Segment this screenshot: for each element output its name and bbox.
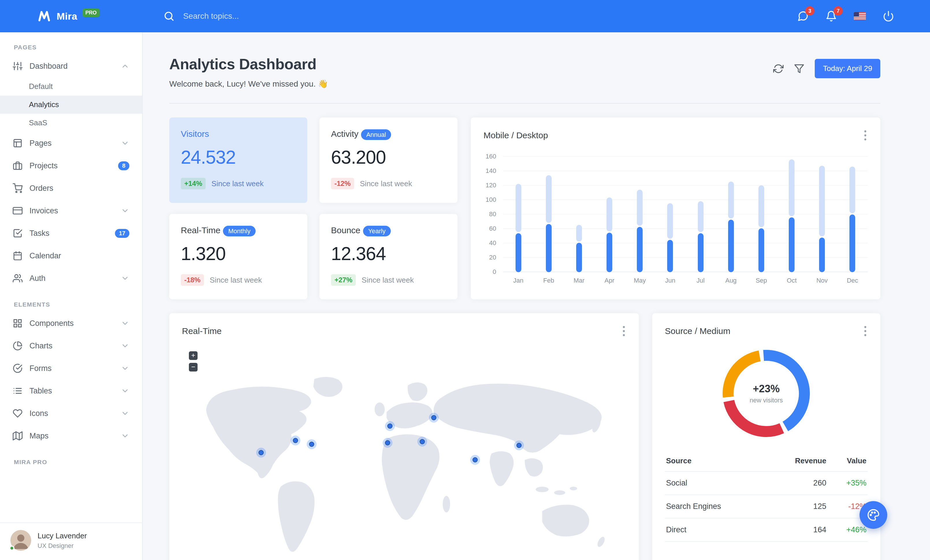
sidebar-item-analytics[interactable]: Analytics: [0, 95, 142, 114]
x-tick-label: Aug: [716, 277, 746, 284]
map-markers-layer: [174, 347, 634, 560]
table-row: Social260+35%: [665, 471, 868, 495]
card-menu-button[interactable]: [863, 325, 868, 338]
language-selector[interactable]: [854, 12, 866, 20]
filter-button[interactable]: [794, 63, 804, 74]
app: Mira PRO 3 7: [0, 0, 930, 560]
pie-chart-icon: [13, 341, 23, 351]
navbar-search[interactable]: [163, 11, 315, 21]
sidebar-label: Pages: [29, 139, 52, 148]
map-marker[interactable]: [470, 455, 480, 465]
sidebar-item-maps[interactable]: Maps: [0, 425, 142, 447]
notifications-button[interactable]: 7: [825, 11, 837, 22]
sidebar-label: Projects: [29, 161, 58, 170]
date-range-button[interactable]: Today: April 29: [815, 59, 880, 78]
source-table-header: Value: [827, 451, 868, 471]
check-square-icon: [13, 228, 23, 238]
realtime-map-title: Real-Time: [182, 326, 222, 336]
map-zoom-out-button[interactable]: −: [189, 363, 197, 371]
pro-badge: PRO: [83, 9, 100, 17]
map-marker[interactable]: [429, 413, 439, 423]
sidebar-label: Auth: [29, 274, 46, 283]
card-menu-button[interactable]: [863, 129, 868, 142]
sidebar-label: Icons: [29, 409, 48, 418]
map-marker[interactable]: [307, 439, 317, 449]
map-marker[interactable]: [291, 436, 300, 445]
activity-period-badge[interactable]: Annual: [361, 129, 391, 140]
map-marker[interactable]: [514, 440, 524, 450]
online-status-dot: [9, 546, 14, 551]
activity-title: Activity: [331, 129, 359, 138]
bar-column: [777, 157, 807, 272]
donut-center-value: +23%: [750, 383, 783, 395]
bar-segment-desktop: [576, 225, 582, 242]
sidebar-item-tables[interactable]: Tables: [0, 380, 142, 402]
y-tick-label: 100: [485, 196, 496, 204]
sidebar-item-components[interactable]: Components: [0, 312, 142, 334]
sidebar-item-charts[interactable]: Charts: [0, 334, 142, 357]
sidebar-item-projects[interactable]: Projects 8: [0, 155, 142, 177]
sidebar-item-auth[interactable]: Auth: [0, 267, 142, 290]
map-zoom-in-button[interactable]: +: [189, 351, 197, 360]
bounce-card: Bounce Yearly 12.364 +27% Since last wee…: [319, 214, 457, 299]
palette-icon: [867, 509, 880, 521]
sidebar-label: Tables: [29, 387, 52, 396]
visitors-caption: Since last week: [211, 179, 264, 188]
chevron-down-icon: [121, 431, 129, 440]
realtime-period-badge[interactable]: Monthly: [223, 226, 256, 236]
sidebar-label: Analytics: [29, 100, 59, 109]
theme-settings-fab[interactable]: [859, 501, 887, 529]
sidebar-item-dashboard[interactable]: Dashboard: [0, 55, 142, 77]
sidebar-user[interactable]: Lucy Lavender UX Designer: [0, 522, 142, 560]
card-menu-button[interactable]: [622, 325, 626, 338]
bar-column: [594, 157, 625, 272]
world-map[interactable]: + −: [174, 347, 634, 560]
visitors-card: Visitors 24.532 +14% Since last week: [169, 118, 307, 203]
sidebar-item-forms[interactable]: Forms: [0, 357, 142, 380]
map-marker[interactable]: [256, 448, 266, 457]
page-subtitle: Welcome back, Lucy! We've missed you. 👋: [169, 79, 328, 89]
sidebar-item-icons[interactable]: Icons: [0, 402, 142, 425]
x-tick-label: Oct: [777, 277, 807, 284]
sidebar-item-pages[interactable]: Pages: [0, 132, 142, 155]
bar-chart-y-axis: 020406080100120140160: [483, 157, 503, 272]
search-input[interactable]: [182, 11, 315, 21]
realtime-card: Real-Time Monthly 1.320 -18% Since last …: [169, 214, 307, 299]
bar-segment-mobile: [576, 243, 582, 273]
search-icon: [163, 11, 174, 21]
brand-name: Mira: [57, 11, 77, 22]
revenue-cell: 260: [767, 471, 827, 495]
sidebar-item-default[interactable]: Default: [0, 77, 142, 95]
briefcase-icon: [13, 161, 23, 170]
bounce-caption: Since last week: [362, 276, 414, 285]
chevron-down-icon: [121, 274, 129, 282]
list-icon: [13, 386, 23, 396]
bounce-period-badge[interactable]: Yearly: [363, 226, 391, 236]
bar-segment-mobile: [667, 240, 673, 273]
top-navbar: Mira PRO 3 7: [0, 0, 930, 32]
sidebar-item-orders[interactable]: Orders: [0, 177, 142, 199]
sidebar-label: Charts: [29, 342, 52, 350]
sidebar-item-tasks[interactable]: Tasks 17: [0, 222, 142, 244]
bar-segment-desktop: [637, 190, 643, 226]
y-tick-label: 20: [489, 254, 496, 261]
logout-button[interactable]: [883, 11, 894, 22]
layout-icon: [13, 138, 23, 148]
sidebar-item-saas[interactable]: SaaS: [0, 114, 142, 132]
users-icon: [13, 273, 23, 283]
bar-segment-mobile: [728, 220, 734, 273]
realtime-value: 1.320: [181, 243, 296, 264]
map-marker[interactable]: [385, 421, 395, 431]
x-tick-label: Feb: [533, 277, 564, 284]
page-title: Analytics Dashboard: [169, 55, 328, 73]
sidebar-item-invoices[interactable]: Invoices: [0, 199, 142, 222]
source-table-header: Source: [665, 451, 767, 471]
sidebar-item-calendar[interactable]: Calendar: [0, 244, 142, 267]
sidebar: PAGES Dashboard Default Analytics SaaS P…: [0, 32, 143, 560]
map-marker[interactable]: [417, 437, 427, 446]
messages-button[interactable]: 3: [797, 11, 809, 22]
brand[interactable]: Mira PRO: [0, 9, 143, 23]
map-marker[interactable]: [383, 438, 393, 448]
refresh-button[interactable]: [773, 63, 784, 74]
x-tick-label: Nov: [807, 277, 837, 284]
